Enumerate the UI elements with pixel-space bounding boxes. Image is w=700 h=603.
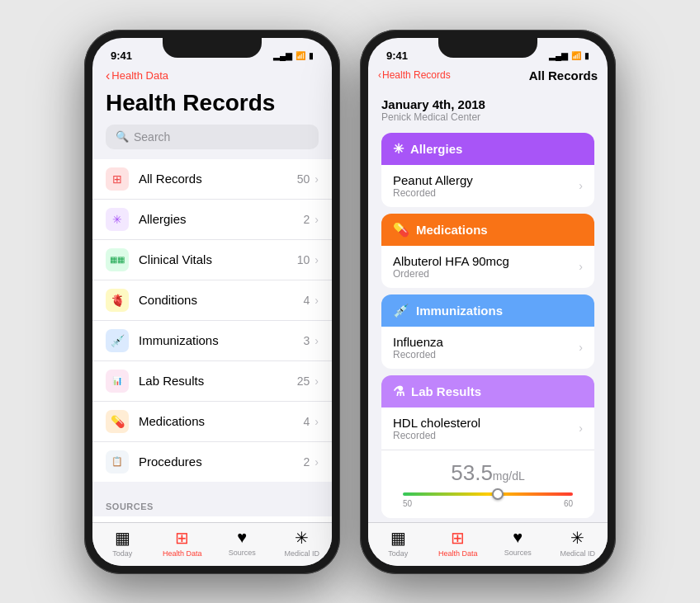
immunizations-header[interactable]: 💉 Immunizations	[381, 294, 594, 327]
lab-value-display: 53.5mg/dL	[395, 460, 581, 486]
medical-id-icon: ✳	[295, 528, 309, 548]
battery-icon-right: ▮	[584, 51, 589, 60]
tab-health-data-left[interactable]: ⊞ Health Data	[153, 528, 213, 558]
battery-icon: ▮	[309, 51, 314, 60]
list-item-conditions[interactable]: 🫀 Conditions 4 ›	[92, 280, 332, 321]
lab-unit: mg/dL	[493, 469, 525, 483]
peanut-allergy-sub: Recorded	[393, 187, 579, 199]
clinical-vitals-icon: ▦▦	[106, 248, 129, 271]
allergies-cat-icon: ✳	[393, 141, 404, 157]
allergies-items: Peanut Allergy Recorded ›	[381, 165, 594, 207]
sources-icon-right: ♥	[513, 528, 523, 547]
albuterol-sub: Ordered	[393, 268, 579, 280]
hdl-info: HDL cholesterol Recorded	[393, 416, 579, 441]
lab-range-high: 60	[564, 499, 573, 508]
conditions-chevron: ›	[315, 294, 319, 307]
procedures-icon: 📋	[106, 450, 129, 473]
peanut-allergy-name: Peanut Allergy	[393, 173, 579, 187]
allergies-card: ✳ Allergies Peanut Allergy Recorded ›	[381, 133, 594, 207]
albuterol-item[interactable]: Albuterol HFA 90mcg Ordered ›	[381, 246, 594, 288]
back-chevron-right: ‹	[378, 69, 381, 81]
sources-label: Sources	[229, 549, 256, 557]
health-data-icon: ⊞	[175, 528, 189, 548]
all-records-count: 50	[297, 172, 310, 186]
immunizations-items: Influenza Recorded ›	[381, 327, 594, 369]
records-list-section: ⊞ All Records 50 › ✳ Allergies 2 › ▦▦ Cl…	[92, 159, 332, 482]
tab-medical-id-right[interactable]: ✳ Medical ID	[548, 528, 608, 558]
tab-sources-left[interactable]: ♥ Sources	[212, 528, 272, 558]
list-item-medications[interactable]: 💊 Medications 4 ›	[92, 402, 332, 442]
tab-today-right[interactable]: ▦ Today	[368, 528, 428, 558]
status-time-right: 9:41	[386, 49, 408, 62]
medications-items: Albuterol HFA 90mcg Ordered ›	[381, 246, 594, 288]
albuterol-info: Albuterol HFA 90mcg Ordered	[393, 254, 579, 280]
source-penick[interactable]: P Penick Medical Center My Patient Porta…	[92, 516, 332, 522]
immunizations-cat-label: Immunizations	[416, 304, 503, 318]
back-button-left[interactable]: ‹ Health Data	[106, 68, 168, 83]
back-button-right[interactable]: ‹ Health Records	[378, 69, 451, 81]
allergies-count: 2	[304, 213, 310, 226]
influenza-name: Influenza	[393, 335, 579, 349]
right-screen: 9:41 ▂▄▆ 📶 ▮ ‹ Health Records All Record…	[368, 38, 608, 566]
allergies-cat-label: Allergies	[410, 142, 462, 156]
tab-bar-right: ▦ Today ⊞ Health Data ♥ Sources ✳ Medica…	[368, 522, 608, 566]
lab-results-cat-label: Lab Results	[411, 384, 481, 398]
page-title-left: Health Records	[92, 88, 332, 125]
lab-results-items: HDL cholesterol Recorded › 53.5mg/dL	[381, 407, 594, 518]
peanut-allergy-chevron: ›	[579, 179, 583, 192]
allergies-chevron: ›	[315, 213, 319, 226]
procedures-count: 2	[304, 455, 310, 469]
left-screen: 9:41 ▂▄▆ 📶 ▮ ‹ Health Data Health Record…	[92, 38, 332, 566]
hdl-item[interactable]: HDL cholesterol Recorded ›	[381, 407, 594, 450]
medications-card: 💊 Medications Albuterol HFA 90mcg Ordere…	[381, 214, 594, 288]
lab-slider-thumb	[492, 488, 504, 500]
health-data-label-right: Health Data	[438, 549, 478, 558]
categories-list: ✳ Allergies Peanut Allergy Recorded ›	[368, 126, 608, 522]
list-item-clinical-vitals[interactable]: ▦▦ Clinical Vitals 10 ›	[92, 240, 332, 280]
all-records-title: All Records	[451, 68, 598, 82]
today-label: Today	[112, 549, 132, 558]
wifi-icon: 📶	[296, 51, 305, 60]
sources-header: SOURCES	[92, 488, 332, 516]
tab-bar-left: ▦ Today ⊞ Health Data ♥ Sources ✳ Medica…	[92, 522, 332, 566]
list-item-all-records[interactable]: ⊞ All Records 50 ›	[92, 159, 332, 200]
allergies-label: Allergies	[139, 212, 304, 226]
lab-results-header[interactable]: ⚗ Lab Results	[381, 375, 594, 407]
peanut-allergy-item[interactable]: Peanut Allergy Recorded ›	[381, 165, 594, 207]
medications-chevron: ›	[315, 415, 319, 428]
allergies-header[interactable]: ✳ Allergies	[381, 133, 594, 165]
list-item-lab-results[interactable]: 📊 Lab Results 25 ›	[92, 361, 332, 402]
list-item-procedures[interactable]: 📋 Procedures 2 ›	[92, 442, 332, 482]
back-label-left: Health Data	[111, 69, 168, 82]
albuterol-name: Albuterol HFA 90mcg	[393, 254, 579, 268]
tab-health-data-right[interactable]: ⊞ Health Data	[428, 528, 489, 558]
medications-header[interactable]: 💊 Medications	[381, 214, 594, 246]
tab-sources-right[interactable]: ♥ Sources	[488, 528, 548, 558]
lab-results-count: 25	[297, 375, 310, 388]
tab-today-left[interactable]: ▦ Today	[92, 528, 153, 558]
lab-range-low: 50	[403, 499, 412, 508]
influenza-item[interactable]: Influenza Recorded ›	[381, 327, 594, 369]
lab-results-card: ⚗ Lab Results HDL cholesterol Recorded ›	[381, 375, 594, 518]
sources-icon: ♥	[237, 528, 247, 547]
search-bar[interactable]: 🔍 Search	[106, 125, 319, 149]
records-list: ⊞ All Records 50 › ✳ Allergies 2 › ▦▦ Cl…	[92, 159, 332, 522]
list-item-allergies[interactable]: ✳ Allergies 2 ›	[92, 200, 332, 240]
medical-id-icon-right: ✳	[570, 528, 584, 548]
list-item-immunizations[interactable]: 💉 Immunizations 3 ›	[92, 321, 332, 361]
left-phone: 9:41 ▂▄▆ 📶 ▮ ‹ Health Data Health Record…	[84, 30, 340, 574]
signal-icon: ▂▄▆	[273, 51, 292, 60]
today-icon: ▦	[115, 528, 130, 548]
lab-slider[interactable]: 50 60	[395, 492, 581, 508]
lab-slider-track	[403, 492, 573, 496]
hdl-chevron: ›	[579, 422, 583, 435]
medical-id-label-right: Medical ID	[560, 549, 595, 558]
search-icon: 🔍	[116, 130, 129, 143]
tab-medical-id-left[interactable]: ✳ Medical ID	[272, 528, 333, 558]
immunizations-label: Immunizations	[139, 333, 304, 347]
date-text: January 4th, 2018	[381, 97, 594, 111]
lab-results-icon: 📊	[106, 370, 129, 393]
clinical-vitals-label: Clinical Vitals	[139, 252, 297, 266]
conditions-count: 4	[304, 294, 310, 307]
hdl-sub: Recorded	[393, 430, 579, 441]
